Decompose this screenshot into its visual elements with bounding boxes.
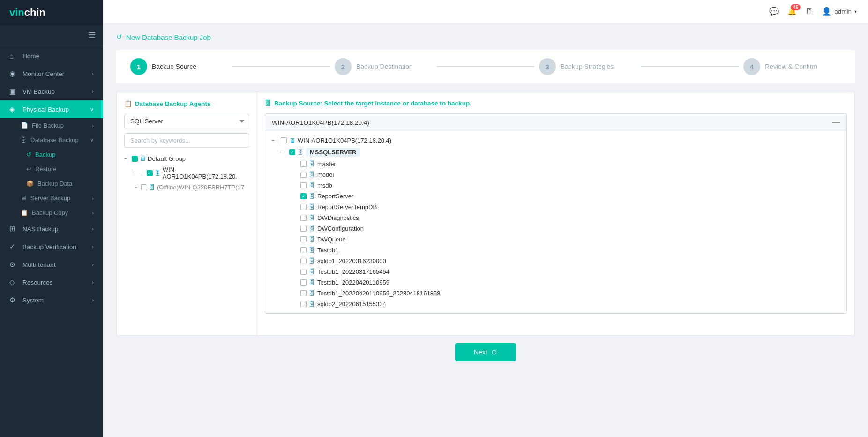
monitor-display-icon[interactable]: 🖥 xyxy=(805,7,813,16)
sidebar-item-home[interactable]: ⌂ Home xyxy=(0,47,103,65)
db-checkbox[interactable] xyxy=(300,258,307,264)
sidebar-item-physical-backup[interactable]: ◈ Physical Backup ∨ xyxy=(0,100,103,118)
logo: vinchin xyxy=(0,0,103,25)
host-collapse-icon[interactable]: — xyxy=(832,118,840,127)
db-label: Testdb1_20220420110959_20230418161858 xyxy=(317,290,440,297)
db-checkbox[interactable] xyxy=(300,215,307,221)
root-label: Default Group xyxy=(148,155,186,162)
sidebar-item-resources[interactable]: ◇ Resources › xyxy=(0,273,103,291)
sidebar-item-system[interactable]: ⚙ System › xyxy=(0,291,103,309)
messages-icon[interactable]: 💬 xyxy=(769,7,779,16)
rtree-db-item[interactable]: ✓🗄ReportServer xyxy=(265,191,846,202)
step-4-label: Review & Confirm xyxy=(765,63,817,70)
root-checkbox[interactable] xyxy=(132,156,138,162)
instance-checkbox[interactable]: ✓ xyxy=(289,149,295,155)
db-checkbox[interactable] xyxy=(300,301,307,307)
db-checkbox[interactable] xyxy=(300,161,307,167)
sidebar-item-backup-data[interactable]: 📦 Backup Data xyxy=(0,176,103,191)
wizard-step-4[interactable]: 4 Review & Confirm xyxy=(743,58,841,75)
db-label: model xyxy=(317,171,334,178)
wizard-steps: 1 Backup Source 2 Backup Destination 3 B… xyxy=(116,50,855,83)
tree-root-item[interactable]: − 🖥 Default Group xyxy=(124,153,249,164)
server-checkbox[interactable] xyxy=(281,137,287,143)
rtree-db-item[interactable]: 🗄sqldb2_20220615155334 xyxy=(265,299,846,309)
notifications-bell[interactable]: 🔔 45 xyxy=(787,7,797,16)
db-icon: 🗄 xyxy=(309,279,315,286)
sidebar-item-monitor[interactable]: ◉ Monitor Center › xyxy=(0,65,103,83)
child2-checkbox[interactable] xyxy=(141,184,147,190)
sidebar-item-nas-backup[interactable]: ⊞ NAS Backup › xyxy=(0,220,103,238)
verification-icon: ✓ xyxy=(9,242,18,251)
instance-icon: 🗄 xyxy=(298,149,304,156)
menu-toggle[interactable]: ☰ xyxy=(0,25,103,45)
rtree-db-item[interactable]: 🗄Testdb1_20220420110959_20230418161858 xyxy=(265,288,846,299)
rtree-db-item[interactable]: 🗄ReportServerTempDB xyxy=(265,202,846,212)
sidebar-item-file-backup[interactable]: 📄 File Backup › xyxy=(0,118,103,133)
db-icon: 🗄 xyxy=(309,247,315,254)
db-checkbox[interactable] xyxy=(300,204,307,210)
rtree-db-item[interactable]: 🗄DWDiagnostics xyxy=(265,212,846,223)
tree-child-1-container: │ ✓ 🗄 WIN-AOR1O1K04PB(172.18.20. xyxy=(124,164,249,182)
db-checkbox[interactable] xyxy=(300,172,307,178)
server-icon: 🖥 xyxy=(21,195,27,202)
right-tree: − 🖥 WIN-AOR1O1K04PB(172.18.20.4) − ✓ 🗄 M… xyxy=(265,131,846,313)
rtree-db-item[interactable]: 🗄sqldb1_20220316230000 xyxy=(265,256,846,266)
db-checkbox[interactable] xyxy=(300,226,307,232)
db-checkbox[interactable] xyxy=(300,279,307,286)
vm-icon: ▣ xyxy=(9,87,18,96)
db-checkbox[interactable] xyxy=(300,182,307,188)
wizard-step-1[interactable]: 1 Backup Source xyxy=(130,58,228,75)
backup-data-icon: 📦 xyxy=(26,180,34,187)
host-box: WIN-AOR1O1K04PB(172.18.20.4) — − 🖥 WIN-A… xyxy=(265,113,847,314)
right-panel: 🗄 Backup Source: Select the target insta… xyxy=(257,92,854,335)
system-arrow-icon: › xyxy=(92,297,94,303)
logo-chin: chin xyxy=(24,7,45,18)
sidebar-item-backup-copy[interactable]: 📋 Backup Copy › xyxy=(0,205,103,220)
sidebar-item-multi-tenant[interactable]: ⊙ Multi-tenant › xyxy=(0,256,103,273)
rtree-db-item[interactable]: 🗄model xyxy=(265,169,846,180)
sidebar-item-backup[interactable]: ↺ Backup xyxy=(0,147,103,162)
physical-backup-icon: ◈ xyxy=(9,105,18,113)
rtree-db-item[interactable]: 🗄msdb xyxy=(265,180,846,191)
rtree-db-item[interactable]: 🗄DWQueue xyxy=(265,234,846,245)
left-panel-title: 📋 Database Backup Agents xyxy=(124,100,249,107)
user-menu[interactable]: 👤 admin ▾ xyxy=(822,7,857,16)
server-toggle-icon[interactable]: − xyxy=(272,138,278,143)
wizard-step-2[interactable]: 2 Backup Destination xyxy=(335,58,432,75)
instance-toggle-icon[interactable]: − xyxy=(280,150,287,155)
search-input[interactable] xyxy=(124,133,249,148)
physical-backup-arrow-icon: ∨ xyxy=(90,106,94,113)
tree-child-2[interactable]: └ 🗄 (Offline)WIN-Q220ESRH7TP(17 xyxy=(134,182,249,193)
hamburger-icon[interactable]: ☰ xyxy=(88,30,96,40)
db-icon: 🗄 xyxy=(309,203,315,211)
sidebar-item-database-backup[interactable]: 🗄 Database Backup ∨ xyxy=(0,133,103,147)
child1-checkbox[interactable]: ✓ xyxy=(147,170,153,176)
step-divider-3 xyxy=(641,66,739,67)
rtree-instance[interactable]: − ✓ 🗄 MSSQLSERVER xyxy=(265,146,846,158)
db-checkbox[interactable]: ✓ xyxy=(300,193,307,199)
rtree-db-item[interactable]: 🗄master xyxy=(265,158,846,169)
rtree-db-item[interactable]: 🗄Testdb1 xyxy=(265,245,846,256)
sidebar-item-server-backup[interactable]: 🖥 Server Backup › xyxy=(0,191,103,205)
db-icon: 🗄 xyxy=(309,301,315,308)
rtree-db-item[interactable]: 🗄DWConfiguration xyxy=(265,223,846,234)
db-checkbox[interactable] xyxy=(300,247,307,253)
rtree-server[interactable]: − 🖥 WIN-AOR1O1K04PB(172.18.20.4) xyxy=(265,135,846,146)
bottom-bar: Next ⊙ xyxy=(116,336,855,366)
tree-child-1[interactable]: │ ✓ 🗄 WIN-AOR1O1K04PB(172.18.20. xyxy=(134,164,249,182)
next-button[interactable]: Next ⊙ xyxy=(455,343,516,361)
sidebar-item-backup-verification[interactable]: ✓ Backup Verification › xyxy=(0,238,103,256)
rtree-db-item[interactable]: 🗄Testdb1_20220420110959 xyxy=(265,277,846,288)
wizard-step-3[interactable]: 3 Backup Strategies xyxy=(539,58,636,75)
sidebar-item-restore[interactable]: ↩ Restore xyxy=(0,162,103,176)
resources-arrow-icon: › xyxy=(92,279,94,285)
root-toggle-icon[interactable]: − xyxy=(124,156,130,161)
sidebar-item-vm-backup[interactable]: ▣ VM Backup › xyxy=(0,83,103,100)
page-header-icon: ↺ xyxy=(116,33,122,41)
db-type-select[interactable]: SQL Server MySQL Oracle PostgreSQL xyxy=(124,114,249,128)
rtree-db-item[interactable]: 🗄Testdb1_20220317165454 xyxy=(265,266,846,277)
db-checkbox[interactable] xyxy=(300,236,307,242)
db-checkbox[interactable] xyxy=(300,269,307,275)
user-icon: 👤 xyxy=(822,7,831,16)
db-checkbox[interactable] xyxy=(300,290,307,296)
